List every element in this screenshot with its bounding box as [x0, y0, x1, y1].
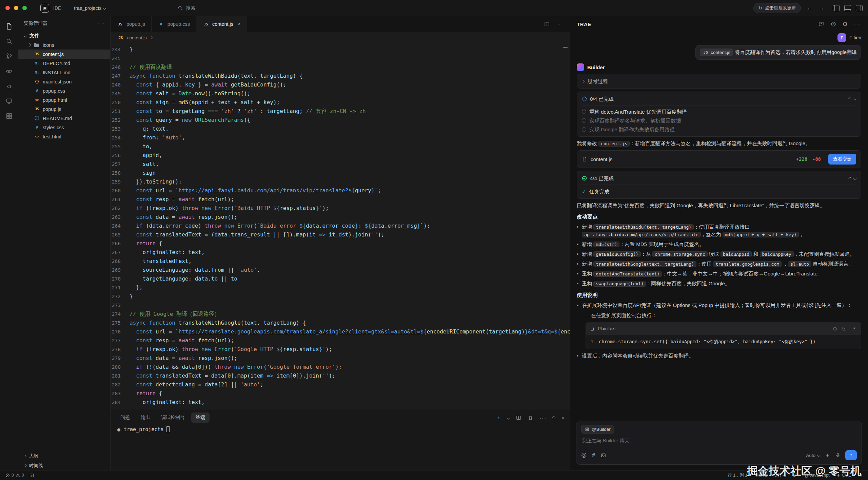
- nav-back-button[interactable]: ←: [807, 5, 813, 12]
- source-control-icon[interactable]: [1, 49, 17, 64]
- restart-update-button[interactable]: ↻ 点击重启以更新: [753, 3, 801, 13]
- chat-input-placeholder[interactable]: 您正在与 Builder 聊天: [582, 438, 856, 444]
- search-icon[interactable]: [1, 34, 17, 49]
- copy-icon[interactable]: [832, 326, 837, 331]
- file-item-INSTALL.md[interactable]: M↓INSTALL.md: [18, 68, 110, 77]
- split-editor-icon[interactable]: [544, 21, 550, 27]
- bullet-text: 新增 md5(str)：内置 MD5 实现用于生成百度签名。: [582, 241, 861, 248]
- extensions-icon[interactable]: [1, 109, 17, 123]
- hash-icon[interactable]: #: [592, 452, 595, 458]
- editor-tab-content.js[interactable]: JScontent.js×: [196, 16, 247, 32]
- project-switcher[interactable]: trae_projects: [74, 5, 106, 11]
- chevron-down-icon[interactable]: [853, 97, 857, 101]
- new-terminal-icon[interactable]: ＋: [496, 415, 501, 421]
- file-item-DEPLOY.md[interactable]: M↓DEPLOY.md: [18, 59, 110, 68]
- file-item-content.js[interactable]: JScontent.js: [18, 50, 110, 59]
- code-block-header: PlainText: [586, 322, 861, 335]
- code-language-label: PlainText: [598, 325, 616, 332]
- task-item[interactable]: 实现百度翻译签名与请求、解析返回数据: [582, 117, 856, 124]
- zoom-window-button[interactable]: [22, 6, 27, 10]
- panel-tab-问题[interactable]: 问题: [116, 412, 134, 423]
- task-progress-header[interactable]: 4/4 已完成: [582, 175, 856, 182]
- panel-tab-终端[interactable]: 终端: [191, 412, 210, 423]
- explorer-icon[interactable]: [1, 19, 17, 34]
- editor-tab-popup.css[interactable]: #popup.css: [152, 16, 196, 32]
- minimap[interactable]: [563, 45, 568, 113]
- code-editor[interactable]: 244}245246// 使用百度翻译247async function tra…: [111, 43, 570, 410]
- maximize-panel-icon[interactable]: [553, 417, 555, 419]
- mic-icon[interactable]: [835, 453, 841, 458]
- trash-icon[interactable]: [528, 415, 533, 421]
- thinking-process-toggle[interactable]: 思考过程: [577, 74, 861, 89]
- history-icon[interactable]: [830, 21, 836, 27]
- bullet-text: 新增 translateWithGoogle(text, targetLang)…: [582, 260, 861, 268]
- toggle-panel-button[interactable]: [844, 5, 851, 11]
- split-terminal-icon[interactable]: [516, 415, 521, 421]
- panel-tab-调试控制台[interactable]: 调试控制台: [157, 412, 189, 423]
- toggle-sidebar-button[interactable]: [833, 5, 840, 11]
- file-item-popup.html[interactable]: <>popup.html: [18, 95, 110, 104]
- mention-icon[interactable]: @: [581, 452, 587, 458]
- agent-chip[interactable]: @Builder: [581, 425, 614, 434]
- preview-eye-icon[interactable]: [1, 64, 17, 79]
- new-chat-icon[interactable]: [818, 21, 824, 27]
- file-item-test.html[interactable]: <>test.html: [18, 132, 110, 141]
- global-search-button[interactable]: 搜索: [178, 5, 195, 11]
- chevron-down-icon[interactable]: [853, 177, 857, 180]
- close-panel-icon[interactable]: ×: [561, 415, 564, 421]
- panel-tab-输出[interactable]: 输出: [136, 412, 155, 423]
- panel-more-actions-icon[interactable]: ···: [539, 415, 547, 421]
- info-file-icon: ⓘ: [34, 115, 40, 121]
- task-item[interactable]: 重构 detectAndTranslate 优先调用百度翻译: [582, 108, 856, 115]
- close-tab-icon[interactable]: ×: [238, 21, 241, 27]
- file-item-styles.css[interactable]: #styles.css: [18, 123, 110, 132]
- line-content: };: [130, 283, 570, 292]
- code-block-body[interactable]: 1chrome.storage.sync.set({ baiduAppId: "…: [586, 335, 861, 349]
- image-icon[interactable]: [600, 453, 606, 458]
- chevron-up-icon[interactable]: [848, 97, 852, 101]
- line-number: 256: [111, 151, 130, 160]
- cursor-position[interactable]: 行 1，列 1: [728, 473, 747, 478]
- download-icon[interactable]: [852, 326, 857, 331]
- editor-tab-popup.js[interactable]: JSpopup.js: [111, 16, 152, 32]
- attach-icon[interactable]: ＋: [825, 452, 830, 459]
- terminal-dropdown-icon[interactable]: [507, 417, 510, 419]
- task-progress-header[interactable]: 0/4 已完成: [582, 95, 856, 102]
- editor-more-actions-icon[interactable]: ···: [556, 21, 564, 27]
- file-change-card[interactable]: content.js +228 -88 查看变更: [577, 150, 861, 168]
- nav-forward-button[interactable]: →: [819, 5, 825, 12]
- chat-input-box[interactable]: @Builder 您正在与 Builder 聊天 @ # Auto ＋ ↑: [576, 421, 862, 465]
- outline-section[interactable]: 大纲: [18, 451, 110, 461]
- close-window-button[interactable]: [5, 6, 10, 10]
- model-mode-dropdown[interactable]: Auto: [806, 453, 820, 458]
- tab-label: content.js: [212, 21, 233, 27]
- workspace-root[interactable]: 文件: [18, 31, 110, 40]
- more-actions-icon[interactable]: ···: [98, 21, 105, 26]
- view-changes-button[interactable]: 查看变更: [828, 154, 856, 165]
- insert-code-icon[interactable]: [842, 326, 847, 331]
- file-item-icons[interactable]: icons: [18, 40, 110, 50]
- file-chip[interactable]: JScontent.js: [700, 49, 733, 56]
- sidebar-bottom-sections: 大纲 时间线: [18, 451, 110, 470]
- file-item-manifest.json[interactable]: {}manifest.json: [18, 77, 110, 86]
- line-content: const resp = await fetch(url);: [130, 336, 570, 345]
- file-item-popup.css[interactable]: #popup.css: [18, 86, 110, 95]
- file-item-popup.js[interactable]: JSpopup.js: [18, 104, 110, 114]
- settings-gear-icon[interactable]: ⚙: [843, 21, 848, 28]
- send-button[interactable]: ↑: [845, 450, 857, 460]
- file-item-README.md[interactable]: ⓘREADME.md: [18, 114, 110, 123]
- editor-layout-icon[interactable]: [29, 473, 34, 478]
- debug-icon[interactable]: [1, 79, 17, 94]
- timeline-section[interactable]: 时间线: [18, 461, 110, 470]
- minimize-window-button[interactable]: [14, 6, 18, 10]
- problems-status[interactable]: 0 0: [5, 473, 24, 478]
- task-item[interactable]: 实现 Google 翻译作为失败后备用路径: [582, 126, 856, 133]
- chat-more-icon[interactable]: ···: [854, 21, 861, 27]
- terminal[interactable]: ●trae_projects: [111, 425, 570, 470]
- inline-code: getBaiduConfig(): [593, 251, 640, 257]
- remote-window-icon[interactable]: [1, 94, 17, 109]
- breadcrumb[interactable]: JS content.js ...: [111, 32, 570, 43]
- toggle-secondary-sidebar-button[interactable]: [856, 5, 863, 11]
- chevron-up-icon[interactable]: [848, 177, 852, 180]
- line-number: 263: [111, 213, 130, 222]
